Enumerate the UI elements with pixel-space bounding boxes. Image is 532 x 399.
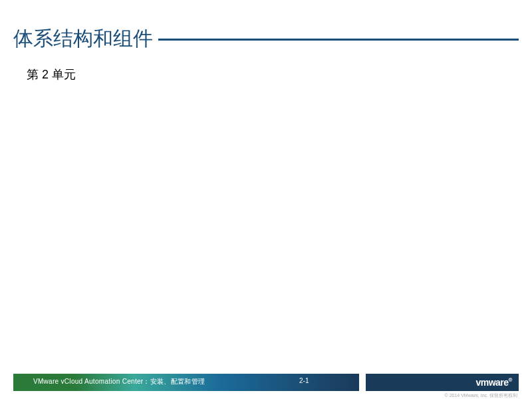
- footer-bar-left: VMware vCloud Automation Center：安装、配置和管理…: [13, 374, 359, 391]
- footer-bar-right: vmware®: [366, 374, 519, 391]
- slide-title: 体系结构和组件: [13, 25, 158, 51]
- footer-course-text: VMware vCloud Automation Center：安装、配置和管理: [33, 377, 205, 386]
- slide: 体系结构和组件 第 2 单元 VMware vCloud Automation …: [0, 0, 532, 399]
- slide-subtitle: 第 2 单元: [27, 66, 76, 82]
- copyright-text: © 2014 VMware, Inc. 保留所有权利: [445, 392, 517, 399]
- footer: VMware vCloud Automation Center：安装、配置和管理…: [0, 374, 532, 391]
- vmware-logo: vmware®: [475, 377, 512, 388]
- footer-page-number: 2-1: [299, 377, 309, 384]
